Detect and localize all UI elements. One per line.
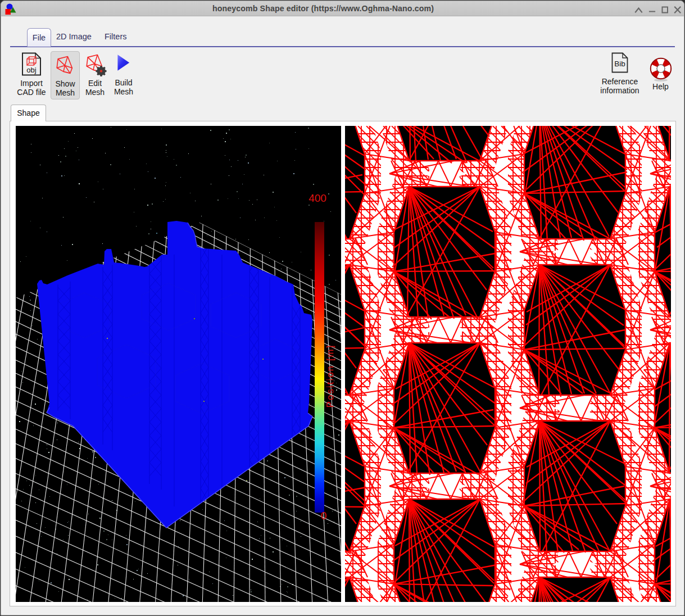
svg-text:400: 400 [309,192,326,204]
svg-text:0: 0 [321,510,327,522]
svg-text:obj: obj [26,66,36,74]
svg-text:Position [m]: Position [m] [325,345,335,408]
svg-text:Bib: Bib [614,60,625,68]
